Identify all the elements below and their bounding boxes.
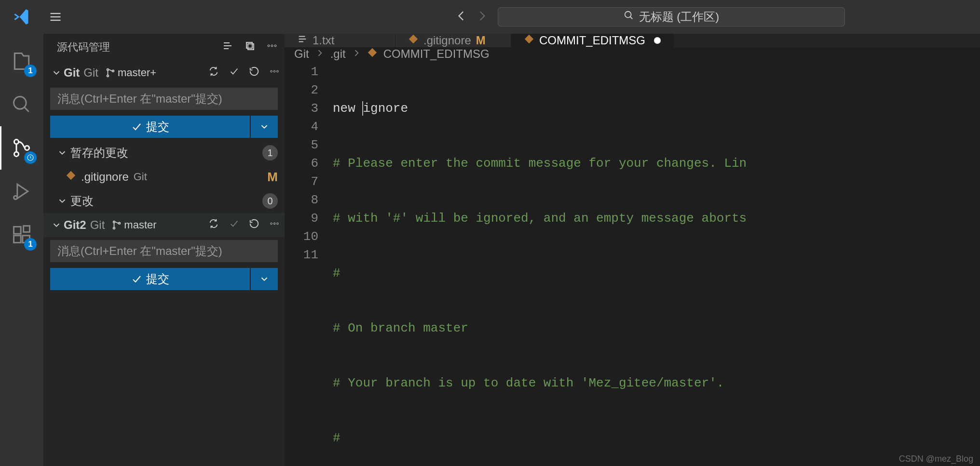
nav-back-icon[interactable]: [455, 10, 468, 24]
commit-icon[interactable]: [229, 218, 239, 232]
search-icon: [624, 10, 634, 24]
svg-point-24: [274, 45, 276, 47]
svg-point-8: [14, 152, 18, 156]
chevron-down-icon: [51, 67, 64, 78]
svg-point-25: [107, 69, 109, 71]
editor-content[interactable]: new ignore # Please enter the commit mes…: [333, 61, 980, 466]
group-count: 0: [262, 193, 278, 209]
svg-marker-11: [17, 184, 28, 198]
activity-scm[interactable]: [0, 126, 43, 170]
svg-line-4: [630, 17, 632, 19]
command-center[interactable]: 无标题 (工作区): [498, 7, 845, 27]
commit-button[interactable]: 提交: [50, 268, 250, 290]
svg-point-27: [112, 70, 114, 72]
scm-provider-row[interactable]: Git2 Git master: [43, 213, 285, 237]
line-numbers: 1234567891011: [285, 61, 333, 466]
svg-point-23: [271, 45, 273, 47]
file-lines-icon: [297, 34, 308, 47]
svg-point-34: [271, 223, 272, 225]
tab-label: COMMIT_EDITMSG: [539, 34, 645, 47]
group-label: 暂存的更改: [70, 145, 128, 160]
sidebar-title: 源代码管理: [57, 40, 110, 54]
refresh-icon[interactable]: [249, 218, 259, 232]
svg-rect-21: [248, 44, 254, 50]
activity-search[interactable]: [0, 83, 43, 126]
chevron-down-icon: [57, 196, 68, 206]
collapse-repos-icon[interactable]: [244, 40, 256, 54]
more-icon[interactable]: [269, 218, 280, 232]
editor-tab[interactable]: 1.txt: [285, 34, 395, 47]
chevron-down-icon: [51, 220, 64, 230]
git-file-icon: [367, 47, 378, 61]
workspace-title: 无标题 (工作区): [639, 9, 720, 25]
explorer-badge: 1: [24, 65, 37, 77]
svg-point-33: [119, 223, 121, 225]
dirty-dot-icon: [654, 37, 661, 44]
git-file-icon: [408, 34, 419, 47]
svg-point-22: [268, 45, 270, 47]
activity-explorer[interactable]: 1: [0, 40, 43, 83]
scm-provider-row[interactable]: Git Git master+: [43, 61, 285, 85]
svg-point-9: [25, 146, 29, 150]
svg-rect-16: [24, 226, 30, 232]
svg-rect-20: [246, 42, 252, 48]
file-status: M: [267, 170, 278, 185]
branch-indicator[interactable]: master+: [105, 67, 156, 79]
activity-extensions[interactable]: 1: [0, 213, 43, 256]
editor-tab[interactable]: COMMIT_EDITMSG: [511, 34, 674, 47]
scm-sidebar: 源代码管理 Git Git master+ 消息(Ct: [43, 34, 285, 466]
scm-group-changes[interactable]: 更改 0: [43, 189, 285, 213]
view-as-list-icon[interactable]: [222, 40, 233, 54]
scm-file-row[interactable]: .gitignore Git M: [43, 165, 285, 189]
group-count: 1: [262, 145, 278, 160]
refresh-icon[interactable]: [249, 66, 259, 80]
repo-name: Git: [64, 66, 80, 80]
tab-label: .gitignore: [423, 34, 471, 47]
repo-type: Git: [90, 218, 105, 232]
svg-point-12: [14, 196, 17, 199]
vscode-logo-icon: [0, 8, 43, 26]
nav-forward-icon: [476, 10, 488, 24]
svg-point-35: [273, 223, 275, 225]
hamburger-menu-icon[interactable]: [43, 10, 68, 24]
commit-dropdown[interactable]: [251, 116, 278, 138]
svg-point-36: [277, 223, 279, 225]
editor-area: 1.txt .gitignore M COMMIT_EDITMSG Git .g…: [285, 34, 980, 466]
svg-point-7: [14, 140, 18, 144]
svg-point-28: [271, 70, 272, 72]
scm-group-staged[interactable]: 暂存的更改 1: [43, 141, 285, 165]
extensions-badge: 1: [24, 238, 37, 251]
commit-message-input[interactable]: 消息(Ctrl+Enter 在"master"提交): [50, 88, 278, 110]
activity-debug[interactable]: [0, 170, 43, 213]
svg-point-5: [14, 97, 27, 109]
branch-indicator[interactable]: master: [111, 219, 156, 231]
svg-point-31: [113, 221, 115, 223]
svg-rect-14: [14, 236, 21, 243]
title-bar: 无标题 (工作区): [0, 0, 980, 34]
commit-icon[interactable]: [229, 66, 239, 80]
sync-icon[interactable]: [208, 218, 219, 232]
svg-point-30: [277, 70, 279, 72]
svg-point-32: [113, 227, 115, 229]
file-name: .gitignore: [81, 170, 129, 184]
watermark-text: CSDN @mez_Blog: [899, 454, 973, 464]
chevron-down-icon: [57, 147, 68, 158]
activity-bar: 1 1: [0, 34, 43, 466]
tab-label: 1.txt: [313, 34, 334, 47]
tab-modified-flag: M: [476, 34, 486, 47]
svg-line-6: [25, 107, 29, 112]
commit-button[interactable]: 提交: [50, 116, 250, 138]
sync-icon[interactable]: [208, 66, 219, 80]
git-file-icon: [524, 34, 534, 47]
group-label: 更改: [70, 193, 94, 209]
more-icon[interactable]: [269, 66, 280, 80]
file-icon: [66, 170, 76, 184]
editor-tabs: 1.txt .gitignore M COMMIT_EDITMSG: [285, 34, 980, 47]
breadcrumb[interactable]: Git .git COMMIT_EDITMSG: [285, 47, 980, 61]
code-editor[interactable]: 1234567891011 new ignore # Please enter …: [285, 61, 980, 466]
editor-tab[interactable]: .gitignore M: [395, 34, 511, 47]
commit-dropdown[interactable]: [251, 268, 278, 290]
commit-message-input[interactable]: 消息(Ctrl+Enter 在"master"提交): [50, 240, 278, 262]
file-location: Git: [134, 171, 147, 183]
more-actions-icon[interactable]: [266, 40, 278, 54]
